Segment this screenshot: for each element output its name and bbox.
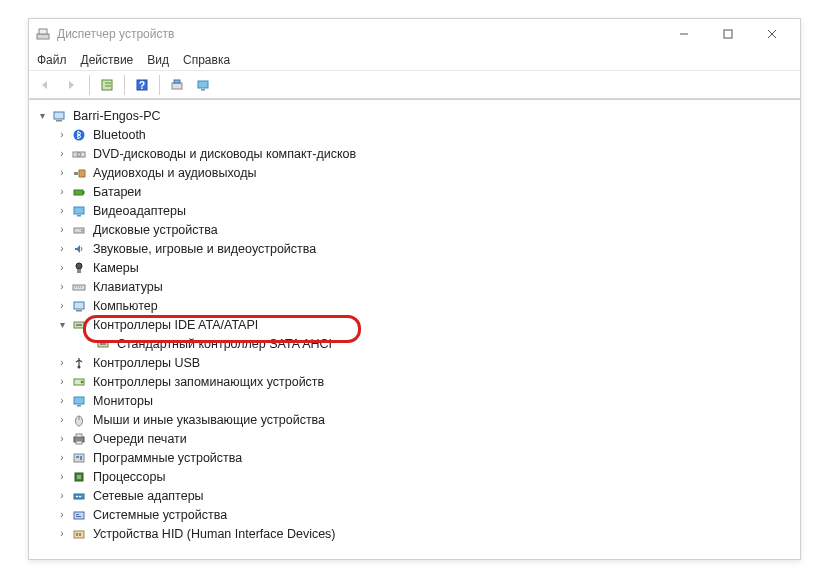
expand-icon[interactable]: › [55, 129, 69, 140]
expand-icon[interactable]: › [55, 167, 69, 178]
expand-icon[interactable]: › [55, 300, 69, 311]
collapse-icon[interactable]: ▾ [55, 319, 69, 330]
tree-item-usb[interactable]: › Контроллеры USB [33, 353, 796, 372]
tree-item-hid[interactable]: › Устройства HID (Human Interface Device… [33, 524, 796, 543]
cpu-icon [71, 469, 87, 485]
expand-icon[interactable]: › [55, 528, 69, 539]
tree-item-processors[interactable]: › Процессоры [33, 467, 796, 486]
view-monitor-button[interactable] [192, 74, 214, 96]
svg-rect-14 [201, 89, 205, 91]
forward-button[interactable] [61, 74, 83, 96]
svg-rect-23 [74, 207, 84, 214]
computer-icon [51, 108, 67, 124]
tree-item-storage-controllers[interactable]: › Контроллеры запоминающих устройств [33, 372, 796, 391]
svg-rect-59 [76, 514, 79, 515]
menubar: Файл Действие Вид Справка [29, 49, 800, 71]
tree-root[interactable]: ▾ Barri-Engos-PC [33, 106, 796, 125]
svg-rect-63 [79, 533, 81, 536]
expand-icon[interactable]: › [55, 509, 69, 520]
expand-icon[interactable]: › [55, 186, 69, 197]
hid-icon [71, 526, 87, 542]
svg-rect-30 [75, 286, 76, 287]
disc-drive-icon [71, 146, 87, 162]
tree-item-monitors[interactable]: › Мониторы [33, 391, 796, 410]
close-button[interactable] [750, 20, 794, 48]
menu-file[interactable]: Файл [37, 53, 67, 67]
tree-item-batteries[interactable]: › Батареи [33, 182, 796, 201]
expand-icon[interactable]: › [55, 452, 69, 463]
expand-icon[interactable]: › [55, 148, 69, 159]
expand-icon[interactable]: › [55, 414, 69, 425]
tree-item-system[interactable]: › Системные устройства [33, 505, 796, 524]
tree-item-ide-ata[interactable]: ▾ Контроллеры IDE ATA/ATAPI [33, 315, 796, 334]
svg-rect-22 [83, 191, 85, 194]
expand-icon[interactable]: › [55, 357, 69, 368]
tree-item-audio-io[interactable]: › Аудиовходы и аудиовыходы [33, 163, 796, 182]
expand-icon[interactable]: › [55, 395, 69, 406]
svg-rect-54 [77, 475, 81, 479]
svg-point-40 [78, 365, 81, 368]
tree-item-computer[interactable]: › Компьютер [33, 296, 796, 315]
svg-rect-31 [77, 286, 78, 287]
svg-rect-15 [54, 112, 64, 119]
menu-help[interactable]: Справка [183, 53, 230, 67]
svg-rect-48 [76, 434, 82, 437]
expand-icon[interactable]: › [55, 205, 69, 216]
svg-rect-32 [79, 286, 80, 287]
network-icon [71, 488, 87, 504]
expand-icon[interactable]: › [55, 224, 69, 235]
expand-icon[interactable]: › [55, 376, 69, 387]
bluetooth-icon [71, 127, 87, 143]
svg-point-42 [81, 380, 84, 383]
show-hide-console-tree-button[interactable] [96, 74, 118, 96]
audio-jack-icon [71, 165, 87, 181]
tree-root-label: Barri-Engos-PC [71, 109, 161, 123]
toolbar-separator [159, 75, 160, 95]
keyboard-icon [71, 279, 87, 295]
tree-item-cameras[interactable]: › Камеры [33, 258, 796, 277]
svg-rect-57 [79, 496, 81, 497]
expand-icon[interactable]: › [55, 243, 69, 254]
svg-rect-58 [74, 512, 84, 519]
speaker-icon [71, 241, 87, 257]
tree-item-keyboards[interactable]: › Клавиатуры [33, 277, 796, 296]
tree-item-dvd[interactable]: › DVD-дисководы и дисководы компакт-диск… [33, 144, 796, 163]
svg-rect-20 [74, 172, 78, 175]
svg-rect-34 [74, 302, 84, 309]
scan-hardware-button[interactable] [166, 74, 188, 96]
svg-rect-11 [172, 83, 182, 89]
mouse-icon [71, 412, 87, 428]
tree-panel: ▾ Barri-Engos-PC › Bluetooth › DVD-диско… [29, 99, 800, 545]
svg-point-26 [81, 229, 83, 231]
svg-rect-44 [77, 405, 81, 407]
svg-rect-49 [76, 441, 82, 444]
menu-action[interactable]: Действие [81, 53, 134, 67]
device-tree[interactable]: ▾ Barri-Engos-PC › Bluetooth › DVD-диско… [29, 104, 800, 545]
toolbar: ? [29, 71, 800, 99]
tree-item-sound[interactable]: › Звуковые, игровые и видеоустройства [33, 239, 796, 258]
svg-rect-35 [76, 310, 82, 312]
expand-icon[interactable]: › [55, 262, 69, 273]
back-button[interactable] [35, 74, 57, 96]
svg-rect-37 [76, 324, 82, 326]
minimize-button[interactable] [662, 20, 706, 48]
expand-icon[interactable]: › [55, 471, 69, 482]
tree-item-bluetooth[interactable]: › Bluetooth [33, 125, 796, 144]
expand-icon[interactable]: › [55, 281, 69, 292]
help-button[interactable]: ? [131, 74, 153, 96]
svg-rect-39 [100, 343, 106, 345]
collapse-icon[interactable]: ▾ [35, 110, 49, 121]
tree-item-network[interactable]: › Сетевые адаптеры [33, 486, 796, 505]
tree-item-mice[interactable]: › Мыши и иные указывающие устройства [33, 410, 796, 429]
svg-rect-43 [74, 397, 84, 404]
tree-item-video[interactable]: › Видеоадаптеры [33, 201, 796, 220]
tree-item-software-devices[interactable]: › Программные устройства [33, 448, 796, 467]
maximize-button[interactable] [706, 20, 750, 48]
expand-icon[interactable]: › [55, 490, 69, 501]
tree-item-sata-ahci[interactable]: Стандартный контроллер SATA AHCI [33, 334, 796, 353]
svg-rect-28 [77, 269, 81, 273]
menu-view[interactable]: Вид [147, 53, 169, 67]
tree-item-disks[interactable]: › Дисковые устройства [33, 220, 796, 239]
expand-icon[interactable]: › [55, 433, 69, 444]
tree-item-print-queues[interactable]: › Очереди печати [33, 429, 796, 448]
